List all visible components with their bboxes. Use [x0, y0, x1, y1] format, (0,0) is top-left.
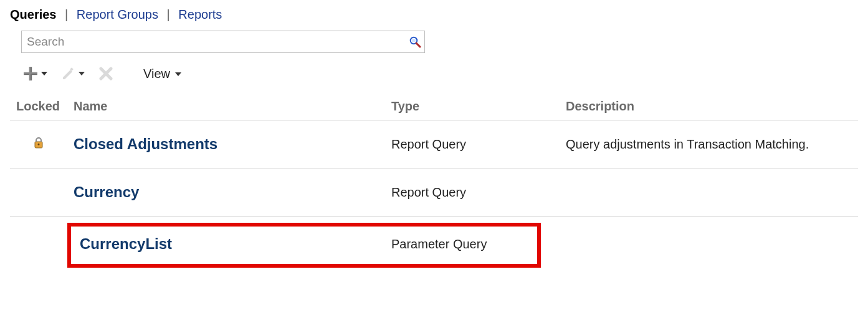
chevron-down-icon [79, 72, 85, 76]
add-button[interactable] [20, 63, 50, 84]
query-name-link[interactable]: Closed Adjustments [74, 135, 217, 152]
search-bar [21, 31, 425, 53]
table-row[interactable]: Closed Adjustments Report Query Query ad… [10, 120, 858, 168]
pencil-icon [61, 66, 76, 81]
tab-queries[interactable]: Queries [10, 7, 56, 22]
view-menu-label: View [143, 67, 170, 80]
table-row[interactable]: Currency Report Query [10, 168, 858, 217]
highlighted-row: CurrencyList Parameter Query [67, 223, 541, 268]
edit-button[interactable] [59, 63, 87, 84]
tab-separator: | [60, 7, 73, 22]
delete-button[interactable] [96, 63, 116, 84]
query-type: Parameter Query [391, 237, 487, 251]
svg-point-1 [412, 39, 416, 42]
column-header-locked[interactable]: Locked [10, 94, 67, 120]
query-name-link[interactable]: Currency [74, 183, 139, 200]
tab-separator: | [162, 7, 175, 22]
column-header-name[interactable]: Name [67, 94, 385, 120]
svg-rect-6 [24, 72, 37, 74]
tab-reports[interactable]: Reports [178, 7, 222, 22]
search-icon[interactable] [409, 36, 421, 48]
query-description [560, 168, 858, 217]
lock-icon [34, 137, 44, 151]
query-description: Query adjustments in Transaction Matchin… [560, 120, 858, 168]
column-header-type[interactable]: Type [385, 94, 560, 120]
query-type: Report Query [385, 168, 560, 217]
toolbar: View [20, 59, 858, 88]
svg-line-2 [416, 43, 420, 47]
table-row[interactable]: CurrencyList Parameter Query [10, 217, 858, 268]
svg-marker-7 [63, 70, 72, 79]
view-menu[interactable]: View [143, 67, 181, 81]
queries-table: Locked Name Type Description Closed Adju… [10, 94, 858, 268]
page-tabs: Queries | Report Groups | Reports [10, 7, 858, 22]
search-input[interactable] [21, 31, 425, 53]
query-name-link[interactable]: CurrencyList [80, 235, 172, 252]
query-type: Report Query [385, 120, 560, 168]
column-header-description[interactable]: Description [560, 94, 858, 120]
svg-point-12 [38, 144, 40, 145]
chevron-down-icon [41, 72, 47, 76]
tab-report-groups[interactable]: Report Groups [77, 7, 158, 22]
x-icon [98, 66, 113, 81]
plus-icon [22, 66, 39, 82]
chevron-down-icon [175, 72, 181, 76]
